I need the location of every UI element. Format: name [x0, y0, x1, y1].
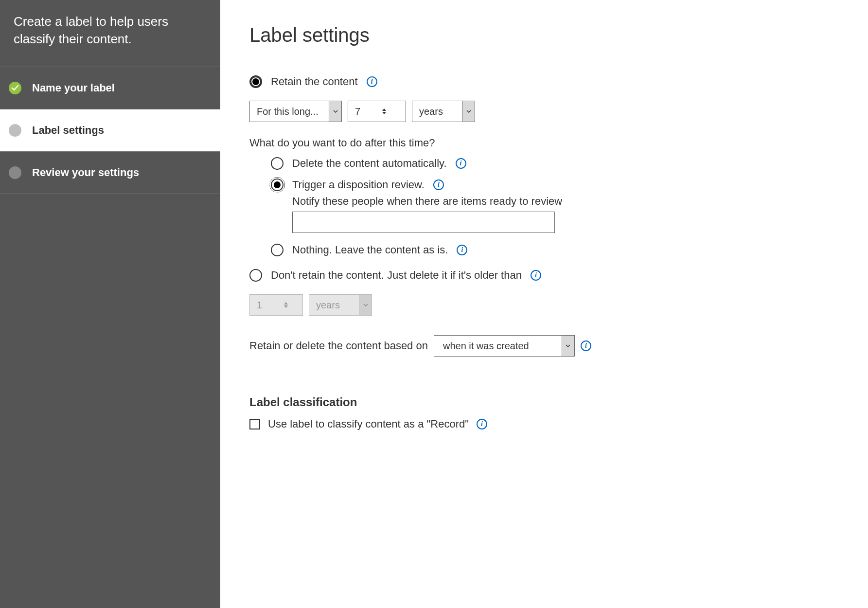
delete-after-value-input: 1 — [249, 294, 303, 316]
dont-retain-option[interactable]: Don't retain the content. Just delete it… — [249, 269, 849, 282]
chevron-down-icon — [462, 101, 475, 122]
page-title: Label settings — [249, 24, 849, 46]
step-dot-icon — [9, 166, 21, 179]
radio-icon — [271, 157, 283, 170]
retention-mode-select[interactable]: For this long... — [249, 101, 342, 122]
retention-unit-select[interactable]: years — [412, 101, 475, 122]
step-name-your-label[interactable]: Name your label — [0, 67, 220, 109]
info-icon[interactable]: i — [433, 179, 444, 190]
info-icon[interactable]: i — [456, 158, 466, 169]
delete-after-unit-select: years — [309, 294, 372, 316]
based-on-label: Retain or delete the content based on — [249, 340, 428, 352]
step-label: Name your label — [32, 82, 115, 94]
chevron-down-icon — [359, 295, 372, 315]
step-label: Review your settings — [32, 166, 139, 179]
record-classification-option[interactable]: Use label to classify content as a "Reco… — [249, 418, 849, 430]
after-disposition-label: Trigger a disposition review. — [292, 179, 425, 191]
check-icon — [9, 82, 21, 94]
stepper-down-icon — [284, 305, 288, 308]
label-classification-heading: Label classification — [249, 395, 849, 409]
delete-after-value: 1 — [257, 300, 279, 311]
checkbox-icon — [249, 419, 260, 429]
info-icon[interactable]: i — [581, 340, 591, 351]
retain-content-label: Retain the content — [271, 75, 358, 88]
radio-icon — [271, 179, 283, 191]
radio-icon — [249, 75, 262, 88]
after-nothing-label: Nothing. Leave the content as is. — [292, 244, 448, 256]
after-nothing-option[interactable]: Nothing. Leave the content as is. i — [271, 244, 849, 256]
info-icon[interactable]: i — [531, 270, 541, 281]
retain-content-option[interactable]: Retain the content i — [249, 75, 849, 88]
retention-value: 7 — [355, 106, 377, 117]
delete-after-unit-value: years — [309, 300, 347, 311]
sidebar-description: Create a label to help users classify th… — [0, 0, 220, 67]
info-icon[interactable]: i — [367, 76, 377, 87]
after-disposition-option[interactable]: Trigger a disposition review. i — [271, 179, 849, 191]
stepper-up-icon[interactable] — [382, 108, 386, 111]
step-review-settings[interactable]: Review your settings — [0, 152, 220, 194]
step-label-settings[interactable]: Label settings — [0, 109, 220, 152]
main-panel: Label settings Retain the content i For … — [220, 0, 868, 608]
step-dot-icon — [9, 124, 21, 137]
after-delete-auto-label: Delete the content automatically. — [292, 157, 447, 170]
notify-people-input[interactable] — [292, 212, 555, 233]
chevron-down-icon — [562, 336, 574, 356]
based-on-value: when it was created — [434, 340, 538, 352]
radio-icon — [271, 244, 283, 256]
stepper-down-icon[interactable] — [382, 112, 386, 114]
info-icon[interactable]: i — [457, 245, 467, 255]
stepper-up-icon — [284, 302, 288, 304]
after-delete-auto-option[interactable]: Delete the content automatically. i — [271, 157, 849, 170]
retention-mode-value: For this long... — [250, 106, 325, 117]
after-retention-question: What do you want to do after this time? — [249, 137, 849, 149]
notify-people-label: Notify these people when there are items… — [292, 195, 849, 208]
radio-icon — [249, 269, 262, 282]
info-icon[interactable]: i — [477, 419, 487, 429]
based-on-select[interactable]: when it was created — [434, 335, 575, 357]
dont-retain-label: Don't retain the content. Just delete it… — [271, 269, 522, 282]
chevron-down-icon — [329, 101, 341, 122]
retention-unit-value: years — [412, 106, 450, 117]
record-classification-label: Use label to classify content as a "Reco… — [268, 418, 469, 430]
wizard-sidebar: Create a label to help users classify th… — [0, 0, 220, 608]
step-label: Label settings — [32, 124, 104, 137]
retention-value-input[interactable]: 7 — [348, 101, 406, 122]
